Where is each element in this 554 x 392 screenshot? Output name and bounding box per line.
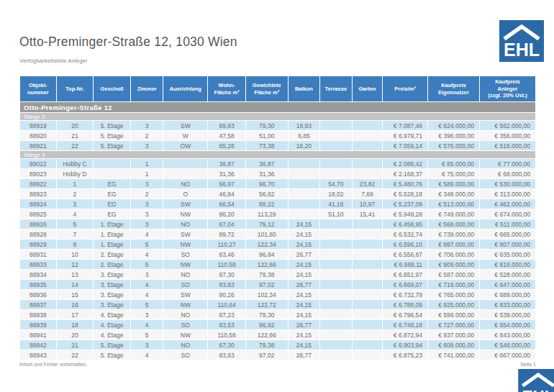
cell-objektnummer: 88919 (20, 121, 57, 131)
cell-kaufpreis_anleger: € 313.000,00 (479, 189, 535, 199)
cell-balkon (288, 189, 320, 199)
cell-terrasse (320, 229, 353, 240)
cell-top_nr: 22 (56, 141, 94, 151)
cell-wohnflaeche: 36,87 (208, 159, 246, 169)
cell-gewichtete_flaeche: 36,87 (245, 159, 288, 169)
cell-kaufpreis_eigennutzer: € 513.000,00 (428, 199, 480, 209)
cell-geschoss: EG (94, 209, 131, 219)
cell-balkon: 26,77 (288, 250, 320, 260)
cell-ausrichtung: NO (163, 179, 208, 189)
cell-preis_m2: € 6.669,11 (383, 260, 428, 270)
cell-wohnflaeche: 46,84 (208, 189, 246, 199)
cell-garten (352, 330, 383, 340)
stiege-band-row: Stiege 2 (20, 113, 536, 121)
table-row: 8892981. Etage5NW110,27122,3424,15€ 6.59… (20, 240, 536, 250)
cell-gewichtete_flaeche: 122,66 (245, 260, 288, 270)
cell-garten (352, 350, 383, 360)
cell-gewichtete_flaeche: 79,38 (245, 340, 288, 350)
cell-ausrichtung: NO (163, 219, 208, 229)
column-header-kaufpreis_anleger: Kaufpreis Anleger (zzgl. 20% Ust.) (479, 76, 535, 102)
cell-preis_m2: € 6.651,97 (383, 270, 428, 280)
cell-terrasse (320, 260, 353, 270)
cell-zimmer: 3 (130, 121, 163, 131)
cell-kaufpreis_eigennutzer: € 348.000,00 (428, 189, 480, 199)
cell-preis_m2: € 5.528,18 (383, 189, 428, 199)
cell-ausrichtung: NW (163, 240, 208, 250)
cell-ausrichtung: W (163, 131, 208, 141)
cell-garten: 23,82 (352, 179, 383, 189)
cell-kaufpreis_anleger: € 807.000,00 (479, 240, 535, 250)
cell-objektnummer: 88935 (20, 280, 57, 290)
cell-preis_m2: € 6.669,07 (383, 280, 428, 290)
table-row: 889232EG2O46,8456,6218,027,69€ 5.528,18€… (20, 189, 536, 199)
cell-garten (352, 340, 383, 350)
cell-objektnummer: 88925 (20, 209, 57, 219)
cell-top_nr: 16 (56, 300, 94, 310)
cell-zimmer: 5 (130, 300, 163, 310)
cell-preis_m2: € 6.458,95 (383, 219, 428, 229)
cell-gewichtete_flaeche: 31,36 (245, 169, 288, 179)
cell-wohnflaeche: 66,54 (208, 199, 246, 209)
cell-kaufpreis_anleger: € 665.000,00 (479, 229, 535, 240)
cell-objektnummer: 88939 (20, 320, 57, 330)
table-row: 88920215. Etage2W47,5851,006,85€ 6.979,7… (20, 131, 536, 141)
cell-gewichtete_flaeche: 56,62 (245, 189, 288, 199)
cell-kaufpreis_eigennutzer: € 589.000,00 (428, 179, 480, 189)
cell-kaufpreis_anleger: € 539.000,00 (479, 310, 535, 320)
table-row: 88921225. Etage3OW65,2873,3816,20€ 7.059… (20, 141, 536, 151)
cell-geschoss: 3. Etage (94, 300, 131, 310)
ehl-logo-text: EHL (522, 387, 554, 392)
table-row: 88933122. Etage5NW110,58122,6624,15€ 6.6… (20, 260, 536, 270)
cell-kaufpreis_eigennutzer: € 624.000,00 (428, 121, 480, 131)
cell-zimmer: 3 (130, 270, 163, 280)
cell-wohnflaeche: 65,28 (208, 141, 246, 151)
cell-geschoss: 4. Etage (94, 310, 131, 320)
cell-objektnummer: 88942 (20, 340, 57, 350)
cell-objektnummer: 88921 (20, 141, 57, 151)
cell-garten (352, 229, 383, 240)
cell-preis_m2: € 6.979,71 (383, 131, 428, 141)
table-row: 88941204. Etage5NW110,58122,6624,15€ 6.8… (20, 330, 536, 340)
cell-wohnflaeche: 83,63 (208, 280, 246, 290)
cell-preis_m2: € 6.732,79 (383, 290, 428, 300)
column-header-objektnummer: Objekt- nummer (20, 76, 57, 102)
cell-terrasse: 18,02 (320, 189, 353, 199)
cell-zimmer: 2 (130, 131, 163, 141)
cell-preis_m2: € 6.532,74 (383, 229, 428, 240)
cell-preis_m2: € 5.237,09 (383, 199, 428, 209)
cell-geschoss: 2. Etage (94, 250, 131, 260)
cell-ausrichtung: NO (163, 340, 208, 350)
cell-terrasse (320, 141, 353, 151)
cell-geschoss: 5. Etage (94, 131, 131, 141)
cell-garten (352, 169, 383, 179)
cell-top_nr: Hobby C (56, 159, 94, 169)
ehl-logo-text: EHL (504, 40, 540, 60)
cell-objektnummer: 88936 (20, 290, 57, 300)
column-header-gewichtete_flaeche: Gewichtete Fläche m² (245, 76, 288, 102)
cell-wohnflaeche: 66,97 (208, 179, 246, 189)
cell-kaufpreis_eigennutzer: € 749.000,00 (428, 209, 480, 219)
page-title: Otto-Preminger-Straße 12, 1030 Wien (19, 35, 237, 50)
cell-top_nr: 3 (56, 199, 94, 209)
cell-zimmer: 4 (130, 320, 163, 330)
cell-kaufpreis_anleger: € 562.000,00 (479, 121, 535, 131)
cell-kaufpreis_anleger: € 356.000,00 (479, 131, 535, 141)
cell-geschoss: EG (94, 179, 131, 189)
table-row: 8892651. Etage3NO67,0479,1224,15€ 6.458,… (20, 219, 536, 229)
cell-terrasse (320, 250, 353, 260)
cell-wohnflaeche: 67,23 (208, 310, 246, 320)
cell-balkon: 24,15 (288, 340, 320, 350)
cell-balkon: 24,15 (288, 260, 320, 270)
cell-objektnummer: 88938 (20, 310, 57, 320)
cell-wohnflaeche: 110,58 (208, 330, 246, 340)
cell-balkon: 6,85 (288, 131, 320, 141)
cell-top_nr: 12 (56, 260, 94, 270)
cell-ausrichtung: NW (163, 260, 208, 270)
cell-gewichtete_flaeche: 73,38 (245, 141, 288, 151)
cell-garten (352, 300, 383, 310)
cell-preis_m2: € 6.875,23 (383, 350, 428, 360)
cell-objektnummer: 88924 (20, 199, 57, 209)
cell-top_nr: 22 (56, 350, 94, 360)
column-header-kaufpreis_eigennutzer: Kaufpreis Eigennutzer (428, 76, 480, 102)
cell-wohnflaeche: 89,72 (208, 229, 246, 240)
